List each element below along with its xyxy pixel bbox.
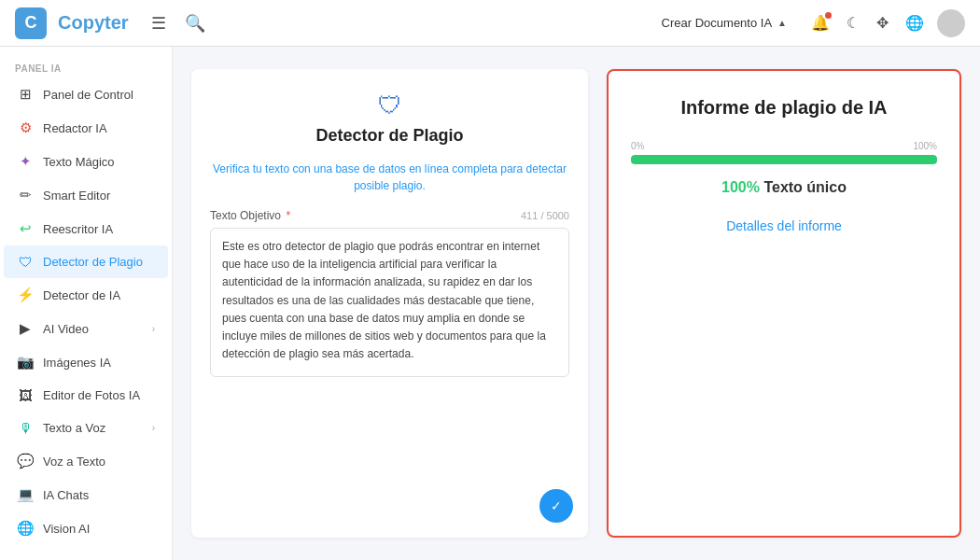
sidebar-item-ia-chats[interactable]: 💻 IA Chats [4, 478, 168, 511]
globe-icon[interactable]: 🌐 [902, 10, 928, 35]
sidebar-item-texto-voz[interactable]: 🎙 Texto a Voz › [4, 412, 168, 444]
app-name: Copyter [58, 12, 129, 34]
sidebar-item-detector-plagio[interactable]: 🛡 Detector de Plagio [4, 245, 168, 278]
report-details-link[interactable]: Detalles del informe [631, 218, 937, 233]
main-layout: PANEL IA ⊞ Panel de Control ⚙ Redactor I… [0, 47, 980, 560]
voz-texto-icon: 💬 [17, 453, 34, 469]
notification-icon[interactable]: 🔔 [807, 10, 833, 35]
sidebar-label-ai-video: AI Video [43, 322, 143, 336]
sidebar-item-ai-video[interactable]: ▶ AI Video › [4, 312, 168, 345]
detector-header: 🛡 Detector de Plagio [210, 91, 569, 146]
detector-shield-icon: 🛡 [210, 91, 569, 120]
submit-fab-button[interactable]: ✓ [539, 489, 573, 523]
editor-fotos-ia-icon: 🖼 [17, 387, 34, 403]
texto-voz-arrow-icon: › [152, 423, 155, 433]
sidebar-label-imagenes-ia: Imágenes IA [43, 356, 155, 370]
ia-chats-icon: 💻 [17, 486, 34, 503]
logo-letter: C [25, 13, 37, 33]
progress-labels: 0% 100% [631, 141, 937, 151]
search-icon[interactable]: 🔍 [181, 9, 209, 37]
sidebar-label-reescritor-ia: Reescritor IA [43, 222, 155, 236]
crear-documento-button[interactable]: Crear Documento IA ▲ [652, 10, 796, 35]
hamburger-icon[interactable]: ☰ [147, 9, 170, 37]
ai-video-arrow-icon: › [152, 324, 155, 334]
sidebar-item-panel-control[interactable]: ⊞ Panel de Control [4, 77, 168, 111]
sidebar-label-smart-editor: Smart Editor [43, 189, 155, 203]
ai-video-icon: ▶ [17, 320, 34, 337]
sidebar-label-texto-magico: Texto Mágico [43, 155, 155, 169]
header-right-icons: 🔔 ☾ ✥ 🌐 [807, 9, 965, 37]
field-label-row: Texto Objetivo * 411 / 5000 [210, 209, 569, 222]
vision-ai-icon: 🌐 [17, 520, 34, 537]
sidebar-label-detector-plagio: Detector de Plagio [43, 255, 155, 269]
detector-plagio-icon: 🛡 [17, 254, 34, 270]
text-area-content[interactable]: Este es otro detector de plagio que podr… [210, 228, 569, 377]
report-title: Informe de plagio de IA [631, 97, 937, 119]
sidebar-item-reescritor-ia[interactable]: ↩ Reescritor IA [4, 212, 168, 245]
sidebar-label-ia-chats: IA Chats [43, 488, 155, 502]
notification-dot [825, 12, 832, 19]
sidebar-label-vision-ai: Vision AI [43, 522, 155, 536]
redactor-ia-icon: ⚙ [17, 119, 34, 136]
progress-label-100: 100% [913, 141, 937, 151]
sidebar-label-voz-texto: Voz a Texto [43, 455, 155, 469]
detector-panel: 🛡 Detector de Plagio Verifica tu texto c… [191, 69, 588, 538]
sidebar-label-panel-control: Panel de Control [43, 88, 155, 102]
report-panel: Informe de plagio de IA 0% 100% 100% Tex… [607, 69, 961, 538]
smart-editor-icon: ✏ [17, 187, 34, 203]
fullscreen-icon[interactable]: ✥ [873, 10, 892, 35]
detector-ia-icon: ⚡ [17, 287, 34, 303]
sidebar: PANEL IA ⊞ Panel de Control ⚙ Redactor I… [0, 47, 173, 560]
progress-label-0: 0% [631, 141, 644, 151]
reescritor-ia-icon: ↩ [17, 220, 34, 237]
sidebar-item-imagenes-ia[interactable]: 📷 Imágenes IA [4, 345, 168, 379]
sidebar-item-vision-ai[interactable]: 🌐 Vision AI [4, 511, 168, 545]
detector-subtitle: Verifica tu texto con una base de datos … [210, 161, 569, 194]
user-avatar[interactable] [937, 9, 965, 37]
crear-chevron-icon: ▲ [777, 18, 787, 28]
texto-voz-icon: 🎙 [17, 420, 34, 436]
progress-bar-fill [631, 155, 937, 164]
report-unique-text: 100% Texto único [631, 179, 937, 196]
char-count: 411 / 5000 [521, 210, 569, 221]
sidebar-label-texto-voz: Texto a Voz [43, 421, 143, 435]
sidebar-item-detector-ia[interactable]: ⚡ Detector de IA [4, 278, 168, 312]
detector-title: Detector de Plagio [210, 126, 569, 146]
sidebar-label-detector-ia: Detector de IA [43, 288, 155, 302]
panel-control-icon: ⊞ [17, 86, 34, 103]
logo-box: C [15, 7, 47, 39]
check-icon: ✓ [551, 498, 562, 513]
app-header: C Copyter ☰ 🔍 Crear Documento IA ▲ 🔔 ☾ ✥… [0, 0, 980, 47]
sidebar-item-editor-fotos-ia[interactable]: 🖼 Editor de Fotos IA [4, 379, 168, 412]
moon-icon[interactable]: ☾ [843, 10, 863, 35]
sidebar-section-label: PANEL IA [0, 54, 172, 77]
main-content: 🛡 Detector de Plagio Verifica tu texto c… [173, 47, 980, 560]
sidebar-label-redactor-ia: Redactor IA [43, 121, 155, 135]
sidebar-label-editor-fotos-ia: Editor de Fotos IA [43, 388, 155, 402]
texto-content: Este es otro detector de plagio que podr… [222, 240, 546, 360]
sidebar-item-texto-magico[interactable]: ✦ Texto Mágico [4, 145, 168, 178]
unique-pct: 100% [721, 179, 760, 195]
crear-label: Crear Documento IA [662, 16, 773, 30]
sidebar-item-smart-editor[interactable]: ✏ Smart Editor [4, 178, 168, 212]
progress-bar-background [631, 155, 937, 164]
texto-magico-icon: ✦ [17, 153, 34, 170]
sidebar-item-redactor-ia[interactable]: ⚙ Redactor IA [4, 111, 168, 145]
field-label-text: Texto Objetivo * [210, 209, 290, 222]
sidebar-item-voz-texto[interactable]: 💬 Voz a Texto [4, 444, 168, 478]
unique-label: Texto único [763, 179, 847, 195]
imagenes-ia-icon: 📷 [17, 354, 34, 371]
